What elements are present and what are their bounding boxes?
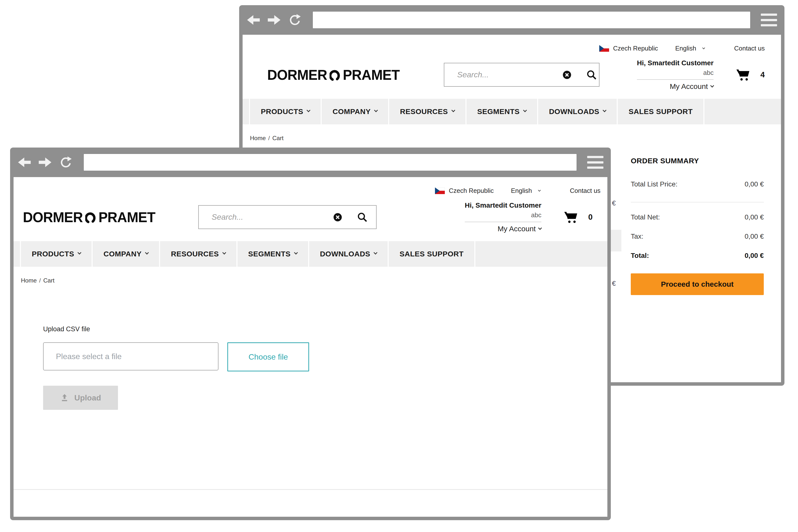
nav-item-label: COMPANY	[103, 250, 141, 258]
search-icon[interactable]	[586, 70, 597, 80]
logo-text-pramet: PRAMET	[98, 209, 155, 226]
country-selector[interactable]: Czech Republic	[435, 187, 494, 194]
nav-item-products[interactable]: PRODUCTS	[21, 241, 92, 267]
choose-file-button[interactable]: Choose file	[227, 342, 309, 372]
row-label: Tax:	[631, 232, 643, 241]
search-input[interactable]	[199, 207, 333, 228]
breadcrumb: Home/Cart	[250, 135, 781, 141]
menu-icon[interactable]	[587, 156, 604, 169]
utility-bar: Czech Republic English Contact us	[14, 177, 607, 194]
main-nav: PRODUCTS COMPANY RESOURCES SEGMENTS DOWN…	[243, 99, 781, 125]
clear-search-icon[interactable]	[333, 212, 343, 222]
nav-item-resources[interactable]: RESOURCES	[160, 241, 236, 267]
nav-item-label: DOWNLOADS	[320, 250, 370, 258]
nav-item-sales-support[interactable]: SALES SUPPORT	[389, 241, 474, 267]
logo-text-dormer: DORMER	[23, 209, 83, 226]
nav-item-label: RESOURCES	[171, 250, 219, 258]
row-label: Total Net:	[631, 213, 660, 221]
chevron-down-icon	[374, 108, 378, 112]
nav-item-sales-support[interactable]: SALES SUPPORT	[618, 99, 703, 125]
nav-item-segments[interactable]: SEGMENTS	[467, 99, 537, 125]
nav-item-downloads[interactable]: DOWNLOADS	[309, 241, 388, 267]
my-account-menu[interactable]: My Account	[497, 224, 542, 233]
nav-item-label: SEGMENTS	[477, 108, 520, 116]
contact-us-link[interactable]: Contact us	[570, 187, 601, 194]
logo-swoosh-icon	[85, 211, 96, 224]
chevron-down-icon	[294, 250, 298, 254]
contact-us-link[interactable]: Contact us	[734, 44, 765, 52]
breadcrumb: Home/Cart	[21, 277, 607, 284]
user-menu[interactable]: Hi, Smartedit Customer abc My Account	[465, 201, 542, 233]
my-account-label: My Account	[497, 224, 536, 233]
dormer-pramet-logo[interactable]: DORMER PRAMET	[267, 66, 399, 83]
user-menu[interactable]: Hi, Smartedit Customer abc My Account	[637, 59, 714, 91]
menu-icon[interactable]	[761, 14, 777, 26]
order-summary-row: Total Net: 0,00 €	[631, 213, 764, 221]
nav-item-downloads[interactable]: DOWNLOADS	[538, 99, 617, 125]
upload-button[interactable]: Upload	[43, 386, 118, 410]
chevron-down-icon	[307, 108, 310, 112]
mini-cart[interactable]: 0	[564, 211, 593, 223]
breadcrumb-home[interactable]: Home	[21, 277, 37, 284]
back-arrow-icon[interactable]	[18, 155, 31, 169]
order-summary-title: ORDER SUMMARY	[631, 157, 764, 165]
chevron-down-icon	[222, 250, 226, 254]
nav-fill	[475, 241, 607, 267]
language-label: English	[511, 187, 532, 194]
row-label: Total List Price:	[631, 180, 678, 188]
czech-flag-icon	[599, 45, 609, 52]
dormer-pramet-logo[interactable]: DORMER PRAMET	[23, 209, 155, 226]
browser-window-front: Czech Republic English Contact us DORMER…	[10, 148, 611, 520]
cart-icon	[736, 69, 750, 81]
order-summary-row: Total List Price: 0,00 €	[631, 180, 764, 188]
breadcrumb-current: Cart	[43, 277, 54, 284]
search-box	[444, 63, 600, 87]
language-selector[interactable]: English	[675, 44, 704, 52]
row-value: 0,00 €	[744, 180, 764, 188]
browser-chrome	[239, 5, 784, 35]
breadcrumb-separator: /	[39, 277, 41, 284]
country-label: Czech Republic	[449, 187, 494, 194]
refresh-icon[interactable]	[288, 13, 302, 27]
nav-item-company[interactable]: COMPANY	[322, 99, 388, 125]
forward-arrow-icon[interactable]	[267, 13, 281, 27]
language-selector[interactable]: English	[511, 187, 540, 194]
user-company: abc	[637, 69, 714, 77]
nav-item-label: SALES SUPPORT	[629, 108, 692, 116]
url-bar[interactable]	[312, 11, 750, 28]
my-account-label: My Account	[670, 82, 708, 91]
mini-cart[interactable]: 4	[736, 69, 765, 81]
chevron-down-icon	[702, 46, 705, 49]
search-icon[interactable]	[357, 212, 368, 223]
forward-arrow-icon[interactable]	[38, 155, 52, 169]
proceed-to-checkout-button[interactable]: Proceed to checkout	[631, 273, 764, 295]
upload-button-label: Upload	[74, 393, 101, 402]
nav-item-label: SALES SUPPORT	[399, 250, 463, 258]
file-name-input[interactable]	[43, 342, 218, 370]
nav-item-label: COMPANY	[332, 108, 371, 116]
browser-chrome	[10, 148, 611, 177]
utility-bar: Czech Republic English Contact us	[243, 35, 781, 52]
nav-item-company[interactable]: COMPANY	[93, 241, 159, 267]
url-bar[interactable]	[83, 154, 577, 171]
search-input[interactable]	[444, 64, 562, 85]
chevron-down-icon	[603, 108, 607, 112]
nav-item-label: DOWNLOADS	[549, 108, 599, 116]
user-greeting: Hi, Smartedit Customer	[637, 59, 714, 67]
nav-item-segments[interactable]: SEGMENTS	[238, 241, 308, 267]
nav-item-products[interactable]: PRODUCTS	[250, 99, 321, 125]
main-nav: PRODUCTS COMPANY RESOURCES SEGMENTS DOWN…	[14, 241, 607, 267]
breadcrumb-home[interactable]: Home	[250, 135, 266, 141]
country-selector[interactable]: Czech Republic	[599, 44, 658, 52]
my-account-menu[interactable]: My Account	[670, 82, 714, 91]
cart-count: 4	[760, 70, 765, 79]
refresh-icon[interactable]	[59, 155, 73, 169]
nav-item-resources[interactable]: RESOURCES	[389, 99, 466, 125]
clear-search-icon[interactable]	[562, 70, 572, 80]
site-header: DORMER PRAMET Hi, Smartedit Customer abc…	[14, 201, 607, 233]
back-arrow-icon[interactable]	[247, 13, 260, 27]
country-label: Czech Republic	[613, 44, 658, 52]
divider	[465, 222, 542, 222]
chevron-down-icon	[145, 250, 149, 254]
nav-fill	[704, 99, 781, 125]
